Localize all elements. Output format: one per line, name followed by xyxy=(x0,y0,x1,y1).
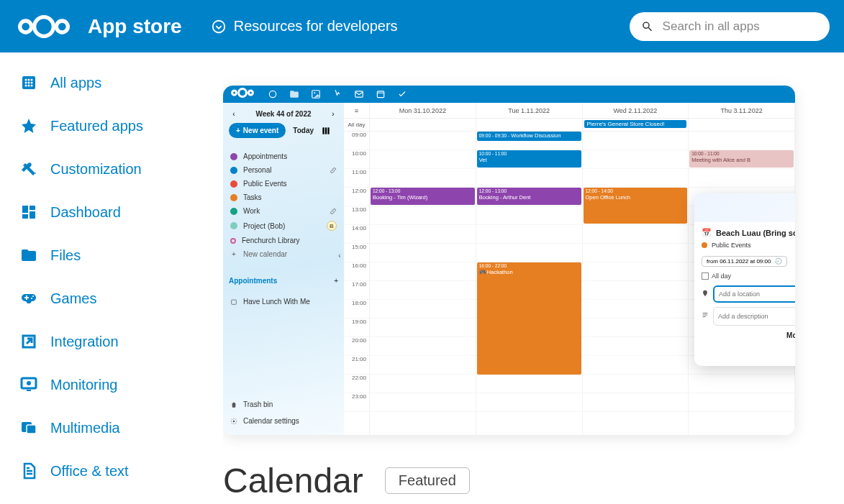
calendar-item[interactable]: Tasks xyxy=(229,191,338,204)
svg-point-3 xyxy=(212,20,224,32)
add-appointment-button[interactable]: + xyxy=(334,277,338,285)
svg-point-1 xyxy=(20,21,32,32)
day-header: Tue 1.11.2022 xyxy=(476,103,583,118)
appointment-item[interactable]: Have Lunch With Me xyxy=(229,295,338,308)
description-input[interactable] xyxy=(713,307,795,326)
sidebar-item-monitoring[interactable]: Monitoring xyxy=(20,376,223,393)
sidebar-item-games[interactable]: Games xyxy=(20,290,223,307)
view-toggle-icon[interactable] xyxy=(321,126,331,136)
header: App store Resources for developers xyxy=(0,0,844,52)
circle-arrow-icon xyxy=(211,19,227,35)
sidebar-item-label: All apps xyxy=(50,75,101,91)
calendar-item[interactable]: Project (Bob)B xyxy=(229,218,338,234)
sidebar-item-office-text[interactable]: Office & text xyxy=(20,462,223,480)
calendar-color-icon: 📅 xyxy=(702,228,712,237)
sidebar-item-dashboard[interactable]: Dashboard xyxy=(20,203,223,221)
event-editor-popup: 🏖️ 📅Beach Luau (Bring som Public Events … xyxy=(694,193,795,366)
calendar-item[interactable]: Work xyxy=(229,204,338,218)
svg-rect-15 xyxy=(30,206,35,210)
calendar-item[interactable]: Personal xyxy=(229,163,338,177)
today-button[interactable]: Today xyxy=(289,123,318,138)
calendar-event[interactable]: 12:00 - 14:00Open Office Lunch xyxy=(584,188,688,224)
svg-point-25 xyxy=(248,91,253,95)
svg-point-5 xyxy=(25,79,27,81)
sidebar-item-label: Monitoring xyxy=(50,377,117,393)
nextcloud-logo[interactable] xyxy=(14,12,73,41)
folder-icon xyxy=(20,247,37,264)
day-column[interactable]: 12:00 - 13:00Booking - Tim (Wizard) xyxy=(370,132,476,435)
color-dot-icon xyxy=(702,242,707,248)
svg-point-24 xyxy=(232,91,237,95)
sidebar-item-label: Featured apps xyxy=(50,118,143,134)
dashboard-icon xyxy=(20,203,37,221)
calendar-item[interactable]: Appointments xyxy=(229,150,338,163)
app-screenshot: ‹ Week 44 of 2022 › +New event Today App… xyxy=(223,86,795,435)
popup-title: 📅Beach Luau (Bring som xyxy=(702,228,795,237)
calendar-item[interactable]: Public Events xyxy=(229,177,338,191)
svg-rect-22 xyxy=(27,425,36,434)
svg-point-7 xyxy=(31,79,33,81)
search-box[interactable] xyxy=(630,12,830,41)
calendar-event[interactable]: 10:00 - 11:00Vet xyxy=(477,150,581,168)
appointments-header: Appointments+ xyxy=(229,277,338,285)
location-pin-icon xyxy=(702,290,709,297)
svg-rect-31 xyxy=(322,127,324,134)
calendar-list: Appointments Personal Public Events Task… xyxy=(229,150,338,261)
screenshot-sidebar: ‹ Week 44 of 2022 › +New event Today App… xyxy=(223,103,344,435)
svg-rect-16 xyxy=(30,211,35,219)
star-icon xyxy=(20,117,37,134)
sidebar-item-customization[interactable]: Customization xyxy=(20,160,223,178)
day-column[interactable]: 12:00 - 14:00Open Office Lunch xyxy=(583,132,689,435)
color-dot-icon xyxy=(230,208,237,215)
time-labels: 09:0010:0011:0012:0013:0014:0015:0016:00… xyxy=(344,132,370,435)
day-column[interactable]: 09:00 - 09:30 - Workflow Discussion 10:0… xyxy=(476,132,583,435)
featured-badge: Featured xyxy=(385,467,470,494)
app-store-title[interactable]: App store xyxy=(88,15,182,38)
prev-week-button[interactable]: ‹ xyxy=(229,109,239,119)
calendar-event[interactable]: 12:00 - 13:00Booking - Tim (Wizard) xyxy=(371,188,475,205)
calendar-event[interactable]: 09:00 - 09:30 - Workflow Discussion xyxy=(477,132,581,141)
location-input[interactable] xyxy=(713,285,795,303)
popup-date-chip[interactable]: from 06.11.2022 at 09:00🕘 xyxy=(702,256,787,267)
calendar-settings-button[interactable]: Calendar settings xyxy=(229,413,338,429)
new-event-button[interactable]: +New event xyxy=(229,123,286,138)
calendar-small-icon xyxy=(230,298,237,306)
tasks-app-icon xyxy=(397,89,407,99)
svg-point-19 xyxy=(27,381,31,385)
popup-more-button[interactable]: More xyxy=(702,331,795,339)
svg-rect-34 xyxy=(232,300,237,304)
search-icon xyxy=(641,19,654,34)
share-link-icon xyxy=(330,208,337,215)
popup-calendar-select[interactable]: Public Events xyxy=(702,242,795,249)
clock-icon: 🕘 xyxy=(775,258,782,265)
popup-allday-checkbox[interactable]: All day xyxy=(702,272,795,280)
sidebar-item-label: Games xyxy=(50,290,96,307)
svg-point-28 xyxy=(314,92,315,93)
sidebar-item-featured-apps[interactable]: Featured apps xyxy=(20,117,223,134)
calendar-app-icon xyxy=(376,89,386,99)
resources-link[interactable]: Resources for developers xyxy=(211,18,398,35)
hamburger-icon[interactable]: ≡ xyxy=(344,103,370,118)
svg-point-9 xyxy=(28,82,30,84)
next-week-button[interactable]: › xyxy=(328,109,338,119)
trash-bin-button[interactable]: Trash bin xyxy=(229,396,338,413)
color-ring-icon xyxy=(230,238,236,244)
search-input[interactable] xyxy=(663,19,818,34)
sidebar-item-multimedia[interactable]: Multimedia xyxy=(20,419,223,436)
screenshot-topbar xyxy=(223,86,795,103)
calendar-item[interactable]: Fenchurch Library xyxy=(229,234,338,247)
sidebar-item-integration[interactable]: Integration xyxy=(20,333,223,350)
allday-event[interactable]: Pierre's General Store Closed! xyxy=(584,120,687,128)
gamepad-icon xyxy=(20,290,37,307)
calendar-event[interactable]: 12:00 - 13:00Booking - Arthur Dent xyxy=(477,188,581,205)
sidebar-item-files[interactable]: Files xyxy=(20,247,223,264)
calendar-event[interactable]: 16:00 - 22:00🎮 Hackathon xyxy=(477,262,581,375)
sidebar-item-all-apps[interactable]: All apps xyxy=(20,74,223,91)
photos-app-icon xyxy=(311,89,321,99)
nextcloud-logo-small-icon xyxy=(229,86,256,102)
new-calendar-button[interactable]: +New calendar xyxy=(229,247,338,261)
dashboard-app-icon xyxy=(268,89,278,99)
main-content: ‹ Week 44 of 2022 › +New event Today App… xyxy=(223,52,844,504)
calendar-event[interactable]: 10:00 - 11:00Meeting with Alice and B xyxy=(689,150,794,168)
grid-icon xyxy=(20,74,37,91)
